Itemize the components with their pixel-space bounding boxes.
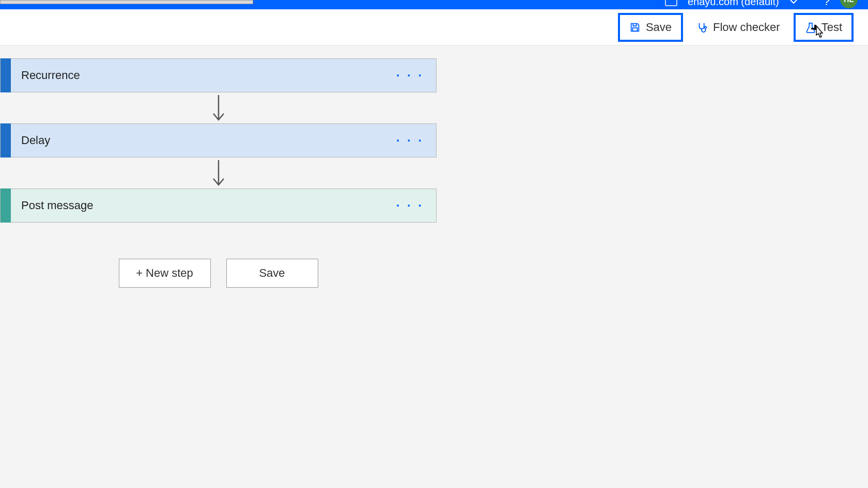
flow-canvas: Recurrence · · · Delay · · · Post messag… <box>0 45 868 301</box>
flask-icon <box>805 22 816 33</box>
save-button-label: Save <box>646 21 672 34</box>
search-box[interactable] <box>0 0 253 4</box>
step-label: Delay <box>21 134 50 147</box>
step-menu-icon[interactable]: · · · <box>396 198 424 213</box>
arrow-connector <box>0 158 437 188</box>
step-accent <box>1 188 11 223</box>
step-menu-icon[interactable]: · · · <box>396 133 424 148</box>
flow-step-delay[interactable]: Delay · · · <box>0 123 437 158</box>
step-label: Post message <box>21 199 93 212</box>
top-bar-right: enayu.com (default) ? HE <box>665 0 858 8</box>
action-row: + New step Save <box>0 259 437 288</box>
save-icon <box>629 22 641 33</box>
test-button[interactable]: Test <box>794 13 854 42</box>
environment-icon <box>665 0 677 6</box>
chevron-down-icon[interactable] <box>789 0 798 4</box>
avatar[interactable]: HE <box>840 0 858 8</box>
tenant-name[interactable]: enayu.com (default) <box>688 0 779 8</box>
save-button-bottom[interactable]: Save <box>226 259 318 288</box>
svg-rect-1 <box>632 27 637 30</box>
arrow-down-icon <box>211 94 226 122</box>
svg-rect-0 <box>665 0 677 6</box>
step-label: Recurrence <box>21 69 80 82</box>
flow-checker-button[interactable]: Flow checker <box>687 13 789 42</box>
step-menu-icon[interactable]: · · · <box>396 68 424 83</box>
flow-step-post-message[interactable]: Post message · · · <box>0 188 437 223</box>
top-bar: enayu.com (default) ? HE <box>0 0 868 9</box>
toolbar: Save Flow checker Test <box>0 9 868 45</box>
arrow-connector <box>0 92 437 123</box>
flow-step-recurrence[interactable]: Recurrence · · · <box>0 58 437 92</box>
svg-point-2 <box>705 26 707 28</box>
arrow-down-icon <box>211 159 226 187</box>
step-accent <box>1 123 11 158</box>
help-icon[interactable]: ? <box>824 0 830 8</box>
step-accent <box>1 58 11 92</box>
stethoscope-icon <box>696 22 708 33</box>
flow-checker-label: Flow checker <box>713 21 780 34</box>
test-button-label: Test <box>822 21 842 34</box>
new-step-button[interactable]: + New step <box>119 259 211 288</box>
save-button[interactable]: Save <box>618 13 683 42</box>
